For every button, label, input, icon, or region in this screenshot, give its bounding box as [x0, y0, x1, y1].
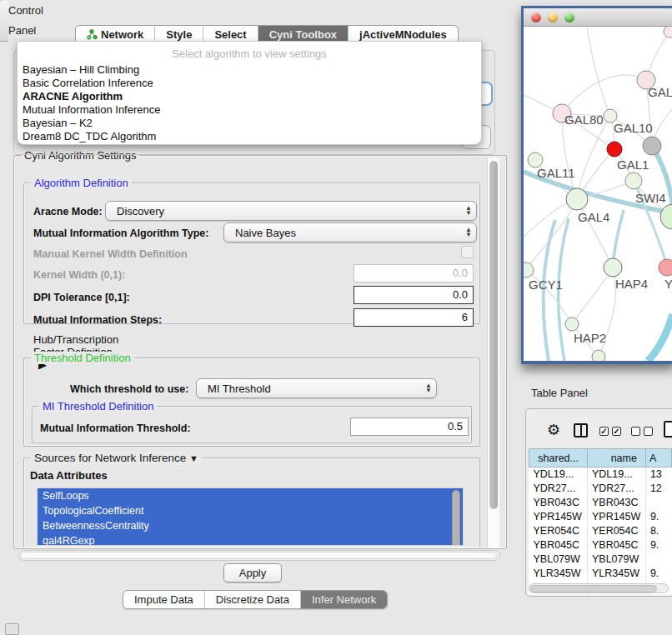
- mi-threshold-legend: MI Threshold Definition: [39, 400, 157, 412]
- node-salmon[interactable]: [659, 259, 672, 276]
- algorithm-option[interactable]: Bayesian – K2: [18, 117, 481, 130]
- column-header[interactable]: name: [587, 449, 645, 468]
- table-row[interactable]: YBR043CYBR043C: [529, 496, 672, 510]
- which-threshold-combo[interactable]: MI Threshold ▲▼: [196, 378, 437, 398]
- apply-button[interactable]: Apply: [223, 563, 282, 582]
- mi-threshold-field[interactable]: 0.5: [350, 418, 469, 436]
- cell[interactable]: YLR345W: [587, 567, 645, 581]
- attribute-item[interactable]: SelfLoops: [38, 488, 463, 503]
- node-label: GAL11: [537, 166, 575, 180]
- cell[interactable]: YDR27...: [587, 482, 645, 496]
- cell[interactable]: YDL19...: [529, 468, 588, 482]
- cell[interactable]: YER054C: [529, 524, 588, 538]
- network-canvas[interactable]: GAL GAL80 GAL10 GAL11 GAL1 SWI4 GAL4 GCY…: [524, 27, 672, 361]
- cell[interactable]: [645, 496, 671, 510]
- cell[interactable]: 13: [645, 468, 671, 482]
- cell[interactable]: YBR043C: [587, 496, 645, 510]
- bottom-panel-toggle-button[interactable]: [5, 623, 19, 635]
- sources-legend[interactable]: Sources for Network Inference ▼: [31, 452, 202, 465]
- settings-scrollbar[interactable]: [487, 158, 499, 548]
- network-window-titlebar[interactable]: [524, 8, 672, 27]
- cell[interactable]: 12: [645, 482, 671, 496]
- node-label: GAL: [648, 85, 672, 99]
- node-gal4[interactable]: [566, 188, 588, 210]
- cell[interactable]: 9.: [645, 567, 671, 581]
- node-gray[interactable]: [643, 137, 661, 155]
- control-panel-titlebar[interactable]: Control Panel ✖: [0, 1, 8, 42]
- tab-impute-data[interactable]: Impute Data: [123, 591, 204, 608]
- cell[interactable]: YBR043C: [529, 496, 588, 510]
- table-hscrollbar-thumb[interactable]: [530, 585, 657, 592]
- checked-box-icon: ✓: [599, 427, 609, 436]
- attribute-item[interactable]: gal4RGexp: [38, 533, 463, 546]
- node-gal1[interactable]: [625, 172, 642, 189]
- tab-impute-data-label: Impute Data: [134, 591, 193, 608]
- node-gal10-red[interactable]: [607, 142, 622, 157]
- algorithm-option[interactable]: Basic Correlation Inference: [18, 77, 481, 90]
- minimize-traffic-light[interactable]: [548, 12, 558, 22]
- node-label: HAP4: [615, 277, 648, 291]
- table-row[interactable]: YBL079WYBL079W: [529, 552, 672, 567]
- aracne-mode-label: Aracne Mode:: [33, 206, 103, 218]
- cell[interactable]: 8.: [645, 524, 671, 538]
- cell[interactable]: YER054C: [587, 524, 645, 538]
- table-hscrollbar[interactable]: [529, 583, 669, 593]
- stepper-arrows-icon: ▲▼: [461, 228, 476, 238]
- collapse-down-triangle-icon: ▼: [189, 453, 198, 463]
- column-header[interactable]: A: [645, 449, 671, 468]
- gear-icon[interactable]: ⚙: [547, 421, 560, 439]
- cell[interactable]: YPR145W: [529, 510, 588, 524]
- mi-steps-field[interactable]: 6: [354, 308, 474, 327]
- algorithm-option-selected[interactable]: ARACNE Algorithm: [18, 90, 481, 103]
- dpi-tolerance-label: DPI Tolerance [0,1]:: [33, 292, 130, 303]
- cell[interactable]: YBR045C: [529, 538, 588, 552]
- table-row[interactable]: YDR27...YDR27...12: [529, 482, 672, 496]
- attributes-scrollbar-thumb[interactable]: [452, 490, 460, 546]
- zoom-traffic-light[interactable]: [564, 12, 574, 22]
- close-traffic-light[interactable]: [531, 12, 541, 22]
- node-bottom[interactable]: [592, 350, 605, 361]
- manual-kernel-checkbox[interactable]: [461, 246, 474, 258]
- deselect-all-columns-icon[interactable]: [631, 427, 653, 436]
- settings-hscrollbar[interactable]: [18, 550, 500, 561]
- cell[interactable]: YDR27...: [529, 482, 588, 496]
- table-row[interactable]: YPR145WYPR145W9.: [529, 510, 672, 524]
- table-row[interactable]: YBR045CYBR045C9.: [529, 538, 672, 552]
- cell[interactable]: YDL19...: [587, 468, 645, 482]
- algorithm-option[interactable]: Dream8 DC_TDC Algorithm: [18, 130, 481, 143]
- control-panel-title: Control Panel: [8, 4, 43, 37]
- column-header[interactable]: shared...: [529, 449, 588, 468]
- node-hap2[interactable]: [565, 318, 579, 331]
- tab-discretize-data[interactable]: Discretize Data: [204, 591, 300, 608]
- cell[interactable]: 9.: [645, 538, 671, 552]
- cell[interactable]: [645, 552, 671, 567]
- settings-scrollbar-thumb[interactable]: [489, 161, 498, 509]
- algorithm-option[interactable]: Mutual Information Inference: [18, 103, 481, 117]
- settings-hscrollbar-thumb[interactable]: [20, 552, 497, 559]
- export-table-file-icon[interactable]: [664, 421, 672, 438]
- checked-box-icon: ✓: [612, 427, 621, 436]
- select-all-columns-icon[interactable]: ✓ ✓: [599, 427, 621, 436]
- kernel-width-field[interactable]: 0.0: [354, 264, 474, 282]
- attribute-item[interactable]: TopologicalCoefficient: [38, 503, 463, 518]
- attribute-item[interactable]: BetweennessCentrality: [38, 518, 463, 533]
- cell[interactable]: YPR145W: [587, 510, 645, 524]
- table-row[interactable]: YER054CYER054C8.: [529, 524, 672, 538]
- cell[interactable]: YBL079W: [587, 552, 645, 567]
- table-row[interactable]: YLR345WYLR345W9.: [529, 567, 672, 581]
- cell[interactable]: YBR045C: [587, 538, 645, 552]
- tab-infer-network[interactable]: Infer Network: [300, 591, 387, 608]
- algorithm-option[interactable]: Bayesian – Hill Climbing: [18, 63, 481, 77]
- tab-discretize-data-label: Discretize Data: [216, 591, 289, 608]
- cell[interactable]: YBL079W: [529, 552, 588, 567]
- algorithm-popup-prompt: Select algorithm to view settings: [18, 47, 481, 63]
- columns-icon[interactable]: [574, 423, 588, 438]
- mi-type-combo[interactable]: Naive Bayes ▲▼: [223, 222, 477, 242]
- table-row[interactable]: YDL19...YDL19...13: [529, 468, 672, 482]
- dpi-tolerance-field[interactable]: 0.0: [354, 286, 474, 304]
- node-hap4[interactable]: [604, 258, 622, 277]
- aracne-mode-combo[interactable]: Discovery ▲▼: [105, 201, 477, 221]
- cell[interactable]: 9.: [645, 510, 671, 524]
- data-attributes-list[interactable]: SelfLoops TopologicalCoefficient Between…: [37, 488, 464, 546]
- cell[interactable]: YLR345W: [529, 567, 588, 581]
